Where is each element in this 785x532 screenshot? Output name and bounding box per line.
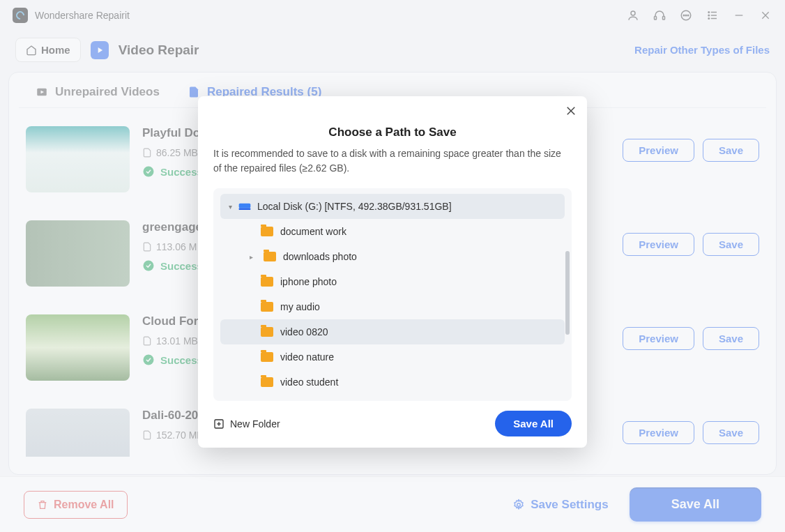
folder-icon	[261, 277, 273, 287]
tree-scrollbar[interactable]	[565, 251, 570, 335]
folder-name: video student	[280, 377, 338, 388]
folder-name: video nature	[280, 351, 334, 363]
close-icon	[565, 105, 577, 117]
folder-name: my audio	[280, 301, 320, 312]
folder-icon	[261, 227, 273, 236]
folder-row[interactable]: my audio	[220, 294, 565, 319]
folder-icon	[261, 352, 273, 362]
disk-icon	[238, 201, 252, 212]
folder-icon	[261, 377, 273, 387]
modal-close-button[interactable]	[565, 105, 577, 117]
svg-rect-30	[239, 204, 251, 208]
folder-row[interactable]: document work	[220, 219, 565, 244]
folder-name: video 0820	[280, 326, 328, 337]
save-path-modal: Choose a Path to Save It is recommended …	[198, 96, 587, 448]
modal-footer: New Folder Save All	[198, 401, 587, 448]
disk-label: Local Disk (G:) [NTFS, 492.38GB/931.51GB…	[257, 201, 452, 212]
folder-row[interactable]: video 0820	[220, 319, 565, 344]
folder-tree: ▾ Local Disk (G:) [NTFS, 492.38GB/931.51…	[213, 188, 572, 401]
chevron-down-icon: ▾	[229, 203, 232, 211]
folder-row[interactable]: ▸downloads photo	[220, 244, 565, 269]
disk-row[interactable]: ▾ Local Disk (G:) [NTFS, 492.38GB/931.51…	[220, 194, 565, 219]
folder-name: downloads photo	[283, 251, 357, 262]
folder-row[interactable]: video student	[220, 370, 565, 395]
folder-icon	[264, 252, 276, 261]
folder-name: iphone photo	[280, 276, 337, 287]
folder-row[interactable]: iphone photo	[220, 269, 565, 294]
folder-icon	[261, 302, 273, 312]
folder-name: document work	[280, 226, 346, 237]
modal-save-all-button[interactable]: Save All	[495, 411, 572, 436]
new-folder-label: New Folder	[230, 418, 280, 430]
folder-icon	[261, 327, 273, 337]
new-folder-icon	[213, 418, 224, 430]
modal-title: Choose a Path to Save	[198, 126, 587, 139]
chevron-right-icon: ▸	[250, 253, 257, 261]
svg-rect-31	[239, 208, 251, 211]
new-folder-button[interactable]: New Folder	[213, 418, 280, 430]
modal-description: It is recommended to save to a disk with…	[198, 139, 587, 176]
folder-row[interactable]: video nature	[220, 344, 565, 370]
